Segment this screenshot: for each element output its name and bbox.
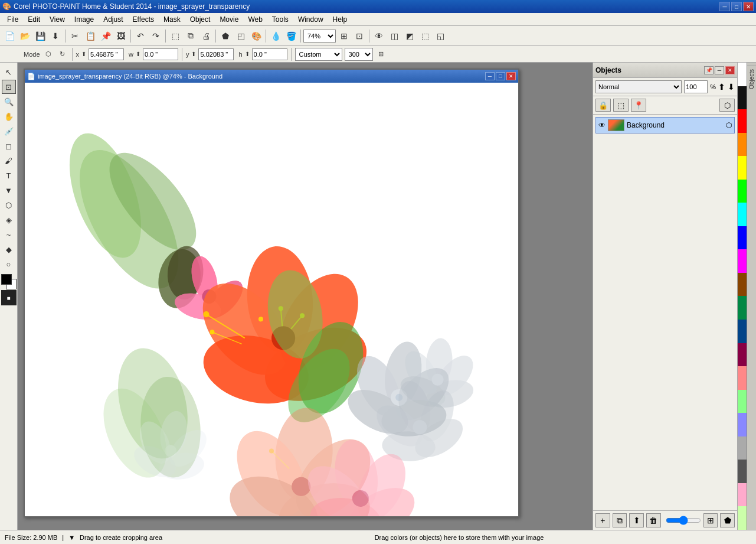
zoom-slider[interactable] bbox=[666, 516, 701, 525]
select-button[interactable]: ⬚ bbox=[168, 29, 182, 43]
palette-lightpink[interactable] bbox=[738, 483, 747, 507]
blend-mode-select[interactable]: Normal Multiply Screen Overlay bbox=[595, 80, 682, 93]
undo-button[interactable]: ↶ bbox=[133, 29, 148, 43]
palette-pink[interactable] bbox=[738, 366, 747, 390]
menu-tools[interactable]: Tools bbox=[267, 14, 293, 25]
color-button[interactable]: 🎨 bbox=[249, 29, 263, 43]
palette-gray[interactable] bbox=[738, 436, 747, 460]
move-up-button[interactable]: ⬆ bbox=[629, 513, 644, 527]
opacity-input[interactable] bbox=[684, 80, 708, 93]
lock-transparent-button[interactable]: ⬚ bbox=[613, 99, 629, 112]
palette-darkgray[interactable] bbox=[738, 460, 747, 483]
mask2-button[interactable]: ◰ bbox=[234, 29, 248, 43]
zoom-fit-button[interactable]: ⊞ bbox=[337, 29, 351, 43]
layer-options-button[interactable]: ⬡ bbox=[719, 99, 735, 112]
mode-refresh-button[interactable]: ↻ bbox=[57, 48, 68, 60]
menu-window[interactable]: Window bbox=[293, 14, 328, 25]
palette-darkblue[interactable] bbox=[738, 320, 747, 343]
tool-dodge[interactable]: ○ bbox=[2, 257, 16, 271]
menu-image[interactable]: Image bbox=[70, 14, 99, 25]
color-swatches[interactable] bbox=[1, 274, 17, 289]
paste-button[interactable]: 📌 bbox=[99, 29, 113, 43]
close-button[interactable]: ✕ bbox=[743, 2, 754, 11]
menu-object[interactable]: Object bbox=[185, 14, 215, 25]
print-button[interactable]: 🖨 bbox=[199, 29, 213, 43]
vtab-objects[interactable]: Objects bbox=[747, 65, 756, 93]
mask-button[interactable]: ⬟ bbox=[218, 29, 233, 43]
tool-paint[interactable]: 🖌 bbox=[2, 154, 16, 168]
copy-button[interactable]: 📋 bbox=[83, 29, 97, 43]
status-dropdown[interactable]: ▼ bbox=[68, 534, 75, 541]
tool-crop[interactable]: ⊡ bbox=[2, 80, 16, 94]
menu-help[interactable]: Help bbox=[328, 14, 352, 25]
new-layer-button[interactable]: + bbox=[595, 513, 610, 527]
doc-minimize-button[interactable]: ─ bbox=[485, 72, 495, 80]
cut-button[interactable]: ✂ bbox=[68, 29, 82, 43]
layer-item-background[interactable]: 👁 Background ⬡ bbox=[595, 117, 735, 133]
view-toggle-button[interactable]: 👁 bbox=[372, 29, 386, 43]
save-button[interactable]: 💾 bbox=[33, 29, 47, 43]
palette-green[interactable] bbox=[738, 180, 747, 203]
menu-effects[interactable]: Effects bbox=[128, 14, 159, 25]
flatten-button[interactable]: ⬟ bbox=[720, 513, 735, 527]
layer-visibility-toggle[interactable]: 👁 bbox=[598, 121, 606, 129]
tool-zoom[interactable]: 🔍 bbox=[2, 95, 16, 109]
document-canvas[interactable] bbox=[25, 83, 518, 516]
panel-close-button[interactable]: ✕ bbox=[725, 66, 735, 74]
panel-minimize-button[interactable]: ─ bbox=[715, 66, 724, 74]
view3-button[interactable]: ◩ bbox=[402, 29, 417, 43]
fill-button[interactable]: 🪣 bbox=[284, 29, 298, 43]
tool-fill[interactable]: ▼ bbox=[2, 183, 16, 197]
import-button[interactable]: ⬇ bbox=[48, 29, 63, 43]
tool-blend[interactable]: ⬡ bbox=[2, 198, 16, 212]
palette-magenta[interactable] bbox=[738, 249, 747, 273]
zoom-actual-button[interactable]: ⊡ bbox=[352, 29, 366, 43]
tool-clone[interactable]: ◈ bbox=[2, 213, 16, 227]
new-button[interactable]: 📄 bbox=[2, 29, 17, 43]
palette-yellow[interactable] bbox=[738, 156, 747, 180]
palette-purple[interactable] bbox=[738, 343, 747, 367]
tool-pan[interactable]: ✋ bbox=[2, 109, 16, 123]
view2-button[interactable]: ◫ bbox=[387, 29, 401, 43]
preset-select[interactable]: Custom bbox=[295, 48, 342, 61]
zoom-select[interactable]: 74%25%50%100%150% bbox=[303, 30, 336, 43]
menu-adjust[interactable]: Adjust bbox=[99, 14, 127, 25]
size-select[interactable]: 300 bbox=[345, 48, 373, 61]
h-input[interactable] bbox=[252, 48, 287, 60]
layer-edit-button[interactable]: ⬡ bbox=[726, 121, 732, 129]
tool-select[interactable]: ↖ bbox=[2, 65, 16, 79]
palette-cyan[interactable] bbox=[738, 203, 747, 226]
tool-black-swatch[interactable]: ■ bbox=[1, 290, 17, 305]
menu-file[interactable]: File bbox=[2, 14, 23, 25]
delete-layer-button[interactable]: 🗑 bbox=[646, 513, 661, 527]
doc-close-button[interactable]: ✕ bbox=[506, 72, 516, 80]
merge-button[interactable]: ⊞ bbox=[703, 513, 718, 527]
menu-web[interactable]: Web bbox=[243, 14, 267, 25]
tool-text[interactable]: T bbox=[2, 168, 16, 183]
redo-button[interactable]: ↷ bbox=[149, 29, 163, 43]
opacity-up-button[interactable]: ⬆ bbox=[718, 82, 725, 92]
tool-sharpen[interactable]: ◆ bbox=[2, 242, 16, 256]
tool-eyedropper[interactable]: 💉 bbox=[2, 124, 16, 138]
y-input[interactable] bbox=[198, 48, 234, 60]
palette-darkgreen[interactable] bbox=[738, 296, 747, 320]
eyedrop-button[interactable]: 💧 bbox=[269, 29, 283, 43]
view5-button[interactable]: ◱ bbox=[433, 29, 447, 43]
palette-white[interactable] bbox=[738, 63, 747, 86]
minimize-button[interactable]: ─ bbox=[719, 2, 730, 11]
menu-movie[interactable]: Movie bbox=[215, 14, 243, 25]
fg-color-swatch[interactable] bbox=[1, 274, 12, 285]
mode-normal-button[interactable]: ⬡ bbox=[42, 48, 54, 60]
palette-brown[interactable] bbox=[738, 273, 747, 297]
x-input[interactable] bbox=[89, 48, 124, 60]
menu-mask[interactable]: Mask bbox=[159, 14, 185, 25]
view4-button[interactable]: ⬚ bbox=[418, 29, 432, 43]
menu-view[interactable]: View bbox=[45, 14, 70, 25]
size-apply-button[interactable]: ⊞ bbox=[375, 48, 387, 60]
maximize-button[interactable]: □ bbox=[731, 2, 742, 11]
palette-orange[interactable] bbox=[738, 133, 747, 157]
paste-special-button[interactable]: 🖼 bbox=[114, 29, 128, 43]
palette-lightgreen[interactable] bbox=[738, 390, 747, 413]
lock-all-button[interactable]: 🔒 bbox=[595, 99, 611, 112]
tool-smear[interactable]: ~ bbox=[2, 227, 16, 242]
